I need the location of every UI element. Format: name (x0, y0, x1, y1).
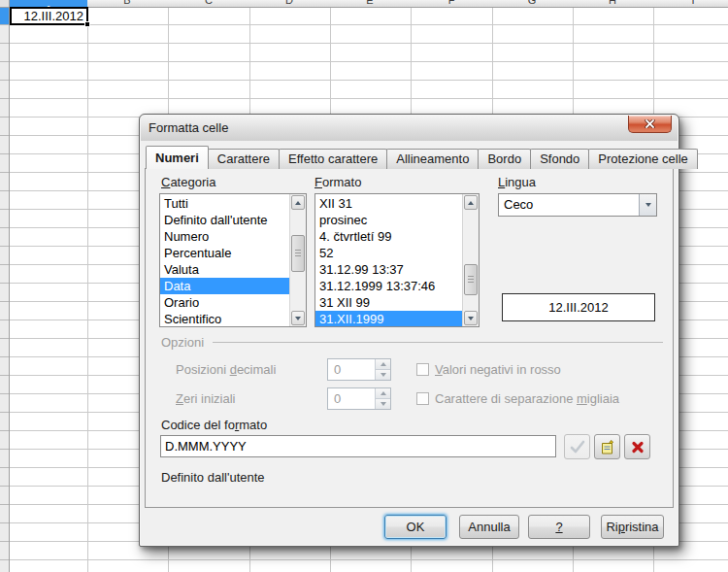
category-scrollbar[interactable] (289, 194, 306, 326)
format-description: Definito dall'utente (161, 470, 265, 485)
dialog-tabs: Numeri Carattere Effetto carattere Allin… (146, 146, 697, 169)
options-group-line (213, 342, 663, 343)
format-item[interactable]: XII 31 (315, 195, 462, 212)
delete-x-icon (631, 441, 645, 454)
tab-numeri[interactable]: Numeri (146, 146, 209, 169)
column-letter[interactable]: I (683, 0, 703, 6)
format-label: Formato (314, 175, 361, 189)
tab-allineamento[interactable]: Allineamento (386, 149, 479, 169)
column-letter[interactable]: D (280, 0, 299, 6)
category-listbox[interactable]: Tutti Definito dall'utente Numero Percen… (159, 193, 307, 327)
language-value: Ceco (504, 194, 533, 216)
negative-red-label: Valori negativi in rosso (435, 362, 561, 377)
decimal-places-value: 0 (334, 359, 341, 380)
ok-button[interactable]: OK (384, 515, 447, 539)
format-listbox[interactable]: XII 31 prosinec 4. čtvrtletí 99 52 31.12… (314, 193, 480, 327)
column-letter[interactable]: B (117, 0, 137, 6)
row-header-1[interactable] (0, 8, 10, 24)
category-item[interactable]: Percentuale (160, 245, 289, 261)
active-cell-value: 12.III.2012 (24, 9, 83, 23)
edit-comment-button[interactable] (594, 434, 620, 459)
apply-format-button (564, 434, 590, 459)
note-icon (599, 439, 615, 455)
tab-sfondo[interactable]: Sfondo (530, 149, 589, 169)
options-group-label: Opzioni (161, 335, 204, 350)
decimal-places-label: Posizioni decimali (176, 362, 276, 377)
format-item[interactable]: 52 (315, 245, 462, 261)
spreadsheet-app: A B C D E F G H I 12.III.2012 Formatta c… (0, 0, 728, 572)
language-label: Lingua (498, 175, 536, 189)
tab-effetto-carattere[interactable]: Effetto carattere (279, 149, 387, 169)
scroll-down-icon[interactable] (464, 311, 478, 325)
chevron-down-icon[interactable] (639, 194, 656, 216)
format-item[interactable]: 4. čtvrtletí 99 (315, 228, 462, 245)
category-item[interactable]: Valuta (160, 261, 289, 278)
close-button[interactable] (628, 116, 672, 133)
leading-zeros-label: Zeri iniziali (176, 391, 235, 406)
format-code-label: Codice del formato (161, 418, 267, 432)
delete-format-button[interactable] (624, 434, 650, 459)
category-label: Categoria (161, 175, 215, 189)
column-letter[interactable]: E (360, 0, 380, 6)
format-scrollbar[interactable] (462, 194, 479, 326)
category-item[interactable]: Orario (160, 294, 289, 311)
format-item-selected[interactable]: 31.XII.1999 (315, 311, 462, 327)
negative-red-checkbox (416, 363, 429, 376)
spin-down-icon (376, 399, 390, 410)
format-preview: 12.III.2012 (502, 293, 655, 321)
select-all-corner[interactable] (0, 0, 10, 8)
cancel-button[interactable]: Annulla (459, 515, 519, 539)
scrollbar-thumb[interactable] (464, 264, 478, 295)
format-item[interactable]: 31.12.1999 13:37:46 (315, 278, 462, 294)
spin-down-icon (376, 370, 390, 381)
scroll-down-icon[interactable] (291, 311, 305, 325)
category-item-selected[interactable]: Data (160, 278, 289, 294)
tab-protezione-celle[interactable]: Protezione celle (588, 149, 698, 169)
dialog-titlebar[interactable]: Formatta celle (141, 116, 678, 141)
active-cell[interactable]: 12.III.2012 (10, 7, 88, 25)
format-item[interactable]: 31.12.99 13:37 (315, 261, 462, 278)
format-cells-dialog: Formatta celle Numeri Carattere Effetto … (139, 114, 679, 547)
tab-carattere[interactable]: Carattere (208, 149, 280, 169)
scrollbar-thumb[interactable] (291, 235, 305, 272)
thousands-separator-checkbox (416, 392, 429, 405)
column-letter[interactable]: C (199, 0, 218, 6)
fill-handle[interactable] (84, 21, 90, 27)
spin-up-icon (376, 388, 390, 399)
column-letter[interactable]: H (603, 0, 622, 6)
column-headers[interactable]: A B C D E F G H I (10, 0, 728, 8)
category-item[interactable]: Definito dall'utente (160, 212, 289, 228)
dialog-title: Formatta celle (149, 120, 228, 135)
leading-zeros-stepper: 0 (327, 387, 391, 410)
checkmark-icon (570, 440, 585, 454)
leading-zeros-value: 0 (334, 388, 341, 409)
scroll-up-icon[interactable] (291, 195, 305, 210)
format-preview-value: 12.III.2012 (548, 300, 608, 315)
language-combobox[interactable]: Ceco (498, 193, 657, 217)
category-item[interactable]: Scientifico (160, 311, 289, 327)
format-item[interactable]: prosinec (315, 212, 462, 228)
help-button[interactable]: ? (528, 515, 590, 539)
tab-bordo[interactable]: Bordo (478, 149, 531, 169)
thousands-separator-label: Carattere di separazione migliaia (435, 391, 619, 406)
spin-up-icon (376, 359, 390, 370)
close-icon (645, 119, 655, 128)
column-letter[interactable]: G (522, 0, 542, 6)
category-item[interactable]: Numero (160, 228, 289, 245)
decimal-places-stepper: 0 (327, 358, 391, 381)
scroll-up-icon[interactable] (464, 195, 478, 210)
column-letter[interactable]: F (442, 0, 461, 6)
gridline (87, 8, 88, 572)
row-headers[interactable] (0, 8, 10, 572)
reset-button[interactable]: Ripristina (601, 515, 664, 539)
format-item[interactable]: 31 XII 99 (315, 294, 462, 311)
category-item[interactable]: Tutti (160, 195, 289, 212)
format-code-input[interactable] (160, 435, 556, 457)
